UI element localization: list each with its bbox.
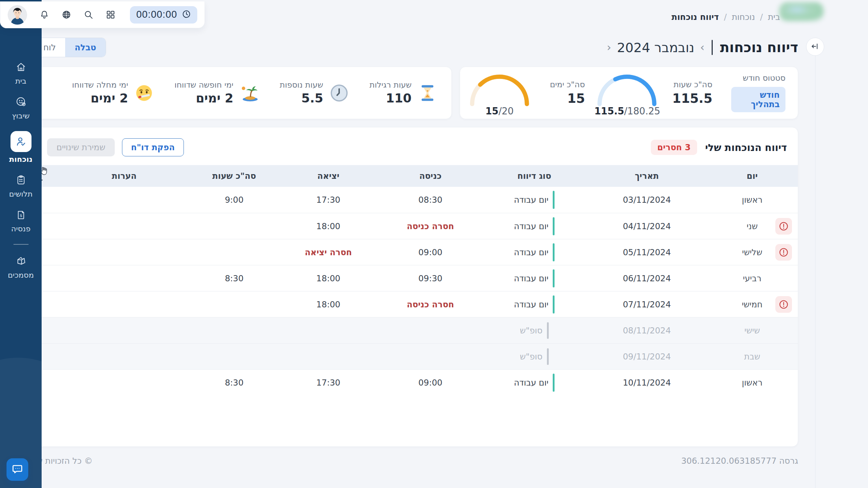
entry-time-cell[interactable]: 09:00 <box>379 370 481 395</box>
date-cell: 04/11/2024 <box>587 213 707 239</box>
total-hours-gauge: 115.5/180.25 <box>594 71 660 115</box>
date-cell: 10/11/2024 <box>587 370 707 395</box>
table-row: שלישי05/11/2024יום עבודה09:00חסרה יציאה <box>17 239 798 265</box>
total-hours-cell <box>191 344 277 369</box>
notes-cell[interactable] <box>57 239 191 265</box>
exit-time-cell <box>277 344 379 369</box>
exit-time-cell[interactable]: חסרה יציאה <box>277 239 379 265</box>
notes-cell[interactable] <box>57 291 191 317</box>
home-icon <box>16 62 26 74</box>
entry-time-cell[interactable]: 08:30 <box>379 187 481 213</box>
chat-bubble-icon <box>12 463 23 476</box>
report-type-cell: יום עבודה <box>481 291 587 317</box>
sidebar-divider <box>13 244 29 245</box>
day-cell: חמישי <box>707 291 798 317</box>
exit-time-cell[interactable]: 18:00 <box>277 265 379 291</box>
sidebar-item-pension[interactable]: $ פנסיה <box>11 209 31 233</box>
sidebar-item-documents[interactable]: מסמכים <box>8 256 34 279</box>
table-row: ראשון03/11/2024יום עבודה08:3017:309:00 <box>17 187 798 213</box>
chat-support-button[interactable] <box>7 458 28 481</box>
chevron-prev-icon[interactable]: ‹ <box>607 42 611 53</box>
month-status-label: סטטוס חודש <box>743 73 785 83</box>
notifications-bell-icon[interactable] <box>39 10 49 20</box>
report-type-cell: סופ"ש <box>481 317 587 343</box>
main-content: 00:00:00 בית / נוכחות / דיווח נוכחות דיו… <box>0 0 826 488</box>
tab-table-view[interactable]: טבלה <box>65 38 105 57</box>
column-header-entry: כניסה <box>379 165 481 187</box>
total-hours-value: 115.5 <box>672 91 712 106</box>
sidebar-item-payslips[interactable]: תלושים <box>9 174 33 198</box>
table-header-row: יום תאריך סוג דיווח כניסה יציאה סה"כ שעו… <box>17 165 798 187</box>
notes-cell[interactable] <box>57 370 191 395</box>
total-hours-cell <box>191 239 277 265</box>
exit-time-cell[interactable]: 17:30 <box>277 187 379 213</box>
stopwatch-icon <box>182 9 191 20</box>
notes-cell[interactable] <box>57 265 191 291</box>
month-label: נובמבר 2024 <box>617 40 694 55</box>
total-hours-cell: 9:00 <box>191 187 277 213</box>
search-icon[interactable] <box>84 10 93 20</box>
exit-time-cell[interactable]: 18:00 <box>277 213 379 239</box>
collapse-sidebar-button[interactable] <box>806 38 824 56</box>
report-type-cell: יום עבודה <box>481 265 587 291</box>
notes-cell[interactable] <box>57 187 191 213</box>
day-cell: שבת <box>707 344 798 369</box>
user-avatar[interactable] <box>8 5 27 25</box>
sidebar-item-attendance[interactable]: נוכחות <box>9 131 33 164</box>
version-label: גרסה 306.12120.063185777 <box>681 456 798 466</box>
month-status-badge: חודש בתהליך <box>731 87 785 112</box>
hourglass-icon <box>418 84 437 102</box>
entry-time-cell[interactable]: 09:00 <box>379 239 481 265</box>
hours-breakdown-card: שעות רגילות 110 שעות נוספות 5.5 <box>16 67 452 119</box>
sidebar-item-label: פנסיה <box>11 224 31 233</box>
table-row: שבת09/11/2024סופ"ש <box>17 343 798 369</box>
day-cell: שני <box>707 213 798 239</box>
page-title: דיווח נוכחות <box>720 39 798 55</box>
missing-report-alert-icon <box>775 244 792 261</box>
language-globe-icon[interactable] <box>62 10 71 20</box>
apps-grid-icon[interactable] <box>106 10 115 20</box>
day-cell: ראשון <box>707 187 798 213</box>
breadcrumb-attendance[interactable]: נוכחות <box>732 12 755 22</box>
attendance-person-check-icon <box>10 131 31 152</box>
total-hours-cell <box>191 317 277 343</box>
timer-value: 00:00:00 <box>136 9 177 20</box>
sidebar-item-label: בית <box>15 77 26 85</box>
chevron-next-icon[interactable]: › <box>700 42 704 53</box>
table-row: שני04/11/2024יום עבודהחסרה כניסה18:00 <box>17 213 798 239</box>
exit-time-cell[interactable]: 17:30 <box>277 370 379 395</box>
entry-time-cell[interactable]: חסרה כניסה <box>379 291 481 317</box>
exit-time-cell[interactable]: 18:00 <box>277 291 379 317</box>
date-cell: 05/11/2024 <box>587 239 707 265</box>
missing-reports-badge: 3 חסרים <box>651 140 697 155</box>
breadcrumb-home[interactable]: בית <box>768 12 780 22</box>
time-clock-button[interactable]: 00:00:00 <box>130 6 197 24</box>
missing-report-alert-icon <box>775 218 792 235</box>
notes-cell[interactable] <box>57 213 191 239</box>
total-hours-label: סה"כ שעות <box>674 80 712 89</box>
day-cell: שישי <box>707 317 798 343</box>
report-type-bar <box>553 269 555 287</box>
collapse-arrow-icon <box>811 42 819 52</box>
attendance-table-body: ראשון03/11/2024יום עבודה08:3017:309:00שנ… <box>17 187 798 395</box>
clipboard-icon <box>16 174 26 187</box>
date-cell: 09/11/2024 <box>587 344 707 369</box>
sidebar-item-label: שיבוץ <box>12 112 30 120</box>
sidebar-item-scheduling[interactable]: שיבוץ <box>12 96 30 120</box>
table-row: שישי08/11/2024סופ"ש <box>17 317 798 343</box>
attendance-report-card: דיווח הנוכחות שלי 3 חסרים הפקת דו"ח שמיר… <box>16 127 798 447</box>
documents-icon <box>16 256 26 268</box>
generate-report-button[interactable]: הפקת דו"ח <box>122 138 184 156</box>
title-separator <box>712 40 713 55</box>
entry-time-cell[interactable]: חסרה כניסה <box>379 213 481 239</box>
entry-time-cell[interactable]: 09:30 <box>379 265 481 291</box>
overtime-hours-item: שעות נוספות 5.5 <box>280 80 349 105</box>
entry-time-cell <box>379 317 481 343</box>
sidebar-item-home[interactable]: בית <box>15 62 26 85</box>
sick-days-item: ימי מחלה שדווחו 2 ימים <box>72 80 153 105</box>
save-changes-button[interactable]: שמירת שינויים <box>47 138 115 156</box>
report-type-bar <box>553 243 555 261</box>
date-cell: 08/11/2024 <box>587 317 707 343</box>
column-header-day: יום <box>707 165 798 187</box>
table-row: ראשון10/11/2024יום עבודה09:0017:308:30 <box>17 369 798 395</box>
